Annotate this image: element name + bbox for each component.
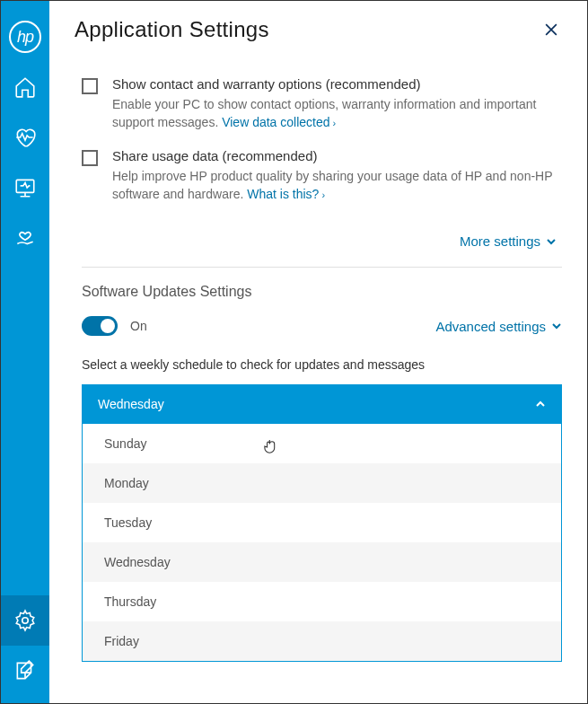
option-title: Share usage data (recommended) — [112, 148, 562, 163]
sidebar-item-health[interactable] — [1, 112, 49, 163]
chevron-down-icon — [546, 236, 557, 247]
monitor-icon — [13, 176, 37, 199]
dropdown-option-sunday[interactable]: Sunday — [83, 424, 561, 463]
what-is-this-link[interactable]: What is this? — [247, 187, 325, 201]
more-settings-link[interactable]: More settings — [460, 233, 557, 249]
sidebar-item-support[interactable] — [1, 213, 49, 263]
option-contact-warranty: Show contact and warranty options (recom… — [82, 76, 562, 132]
chevron-up-icon — [535, 399, 546, 409]
dropdown-option-tuesday[interactable]: Tuesday — [83, 503, 561, 542]
option-title: Show contact and warranty options (recom… — [112, 76, 562, 92]
sidebar-item-home[interactable] — [1, 62, 49, 112]
checkbox-contact-warranty[interactable] — [82, 78, 98, 94]
gear-icon — [13, 609, 37, 632]
dropdown-header[interactable]: Wednesday — [82, 384, 562, 424]
chevron-down-icon — [551, 321, 562, 331]
hand-heart-icon — [13, 226, 37, 250]
sidebar-item-settings[interactable] — [1, 595, 49, 646]
dropdown-option-thursday[interactable]: Thursday — [83, 582, 561, 621]
home-icon — [13, 75, 37, 99]
edit-note-icon — [13, 659, 37, 682]
sidebar-item-monitor[interactable] — [1, 163, 49, 213]
option-share-usage: Share usage data (recommended) Help impr… — [82, 148, 562, 204]
updates-toggle[interactable] — [82, 316, 118, 336]
schedule-label: Select a weekly schedule to check for up… — [82, 357, 562, 372]
modal-header: Application Settings — [49, 1, 587, 55]
dropdown-option-monday[interactable]: Monday — [83, 463, 561, 503]
updates-toggle-label: On — [130, 319, 147, 333]
dropdown-selected: Wednesday — [98, 397, 164, 411]
svg-point-1 — [22, 618, 29, 624]
advanced-settings-link[interactable]: Advanced settings — [435, 319, 562, 334]
schedule-dropdown: Wednesday Sunday Monday Tuesday Wednesda… — [82, 384, 562, 662]
divider — [82, 267, 562, 268]
option-desc: Enable your PC to show contact options, … — [112, 95, 562, 132]
view-data-link[interactable]: View data collected — [222, 115, 336, 129]
dropdown-list: Sunday Monday Tuesday Wednesday Thursday… — [82, 424, 562, 662]
sidebar: hp — [1, 1, 49, 703]
checkbox-share-usage[interactable] — [82, 150, 98, 166]
sidebar-item-feedback[interactable] — [1, 646, 49, 696]
dropdown-option-wednesday[interactable]: Wednesday — [83, 542, 561, 582]
page-title: Application Settings — [75, 17, 269, 42]
hp-logo[interactable]: hp — [1, 12, 49, 62]
dropdown-option-friday[interactable]: Friday — [83, 621, 561, 661]
option-desc: Help improve HP product quality by shari… — [112, 167, 562, 204]
close-icon — [542, 21, 560, 39]
close-button[interactable] — [540, 19, 562, 40]
updates-section-title: Software Updates Settings — [82, 284, 562, 300]
heart-pulse-icon — [13, 126, 37, 149]
